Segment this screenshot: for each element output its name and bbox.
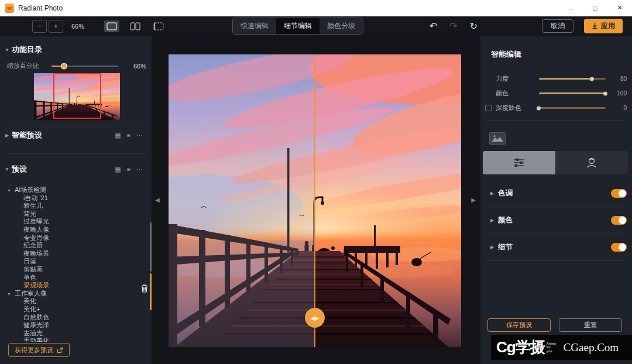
undo-icon[interactable]: ↶ [430,20,437,32]
slider-track[interactable] [539,78,606,80]
preset-item[interactable]: 夜晚人像 [0,226,147,234]
delete-preset-icon[interactable] [140,284,149,293]
presets-header[interactable]: ▼ 预设 ▦ ≡ ⋯ [2,164,150,174]
section-toggle[interactable] [611,243,627,252]
zoom-slider-handle[interactable] [61,63,67,69]
section-label: 颜色 [498,215,513,225]
photo-preview: ◀▶ [169,54,461,347]
chevron-right-icon: ▶ [486,191,498,196]
preset-item[interactable]: 健康光泽 [0,321,147,329]
smart-edit-title: 智能编辑 [491,49,521,60]
watermark-site: CGaep.Com [564,341,619,354]
preset-item[interactable]: 美化 [0,297,147,305]
section-label: 色调 [498,188,513,198]
cancel-button[interactable]: 取消 [542,19,573,33]
reset-button[interactable]: 重置 [559,318,622,332]
divider [486,120,627,121]
preset-item[interactable]: 美化+ [0,305,147,314]
image-preview-icon[interactable] [489,132,506,145]
navigator-thumbnail[interactable] [34,73,120,120]
tab-portrait-adjustments[interactable] [555,151,628,174]
slider-checkbox[interactable] [485,105,492,111]
right-panel: 智能编辑 力度 80 颜色 [480,36,632,364]
app-logo-icon [5,4,14,13]
portrait-icon [585,157,598,169]
close-button[interactable]: ✕ [607,0,632,16]
more-options-icon[interactable]: ⋯ [136,132,143,139]
app-title: Radiant Photo [18,4,63,12]
preset-item[interactable]: 过度曝光 [0,218,147,226]
before-after-split-line[interactable] [314,54,315,347]
preset-item[interactable]: 夜晚场景 [0,250,147,258]
slider-label: 颜色 [496,89,539,98]
preset-item[interactable]: 专业肖像 [0,234,147,242]
zoom-percent-label: 缩放百分比 [7,61,51,70]
zoom-out-button[interactable]: − [32,20,47,33]
preset-item[interactable]: 手动美化 [0,337,147,342]
edit-mode-tab[interactable]: 细节编辑 [276,18,320,34]
watermark-tagline: Artists for you [547,342,556,353]
more-options-icon[interactable]: ⋯ [136,166,143,173]
previous-image-arrow[interactable]: ◀ [155,197,160,203]
slider-track[interactable] [539,107,606,109]
export-down-icon [592,23,598,29]
save-preset-button[interactable]: 保存预设 [487,318,551,332]
preset-item[interactable]: 背光 [0,210,147,218]
adjustment-section-row[interactable]: ▶ 颜色 [486,207,627,234]
zoom-slider[interactable] [51,66,118,67]
preset-item[interactable]: 新生儿 [0,202,147,210]
zoom-percent-row: 缩放百分比 66% [7,61,146,70]
compare-view-icon[interactable] [151,20,166,32]
group-arrow-icon: ▼ [7,188,11,193]
edit-mode-tab[interactable]: 快速编辑 [233,18,276,34]
navigator-viewport-rect[interactable] [53,73,101,119]
group-arrow-icon: ▼ [7,292,11,296]
get-more-presets-button[interactable]: 获得更多预设 [8,343,70,357]
zoom-percent-value: 66% [133,63,146,70]
edit-mode-tab[interactable]: 颜色分级 [320,18,363,34]
scrollbar-thumb[interactable] [150,222,152,272]
list-view-icon[interactable]: ≡ [127,166,130,173]
zoom-in-button[interactable]: + [49,20,63,33]
scrollbar-marker[interactable] [150,273,152,310]
apply-button[interactable]: 应用 [584,19,623,33]
preset-item[interactable]: 去油光 [0,329,147,338]
tab-global-adjustments[interactable] [483,151,555,174]
minimize-button[interactable]: – [558,0,583,16]
chevron-down-icon: ▼ [2,167,12,172]
preset-item[interactable]: ▼工作室人像 [0,290,147,298]
slider-track[interactable] [539,92,606,94]
preset-item[interactable]: 自然肤色 [0,314,147,322]
grid-view-icon[interactable]: ▦ [115,166,121,173]
before-after-split-handle[interactable]: ◀▶ [305,308,325,328]
list-view-icon[interactable]: ≡ [127,132,130,139]
window-controls: – □ ✕ [558,0,632,16]
preset-item[interactable]: 纪念册 [0,242,147,250]
preset-item[interactable]: 单色 [0,274,147,282]
sliders-icon [513,157,525,168]
preset-item[interactable]: 剪贴画 [0,266,147,274]
smart-presets-header[interactable]: ▶ 智能预设 ▦ ≡ ⋯ [2,130,150,140]
divider [7,128,145,128]
maximize-button[interactable]: □ [583,0,607,16]
function-catalog-title: 功能目录 [12,44,42,55]
function-catalog-header[interactable]: ▼ 功能目录 [2,44,42,55]
adjustment-section-row[interactable]: ▶ 色调 [486,180,627,207]
section-toggle[interactable] [611,216,627,225]
preset-item[interactable]: i自动 '21 [0,194,147,202]
single-view-icon[interactable] [104,20,119,32]
preset-item[interactable]: 日落 [0,257,147,266]
reset-image-icon[interactable]: ↻ [470,20,478,32]
split-view-icon[interactable] [128,20,143,32]
next-image-arrow[interactable]: ▶ [471,197,476,203]
preset-item[interactable]: 景观场景 [0,281,147,290]
redo-icon[interactable]: ↷ [449,20,457,32]
slider-row: 颜色 100 [480,86,632,101]
preset-item[interactable]: ▼AI场景检测 [0,186,147,194]
slider-label: 深度肤色 [496,104,539,112]
adjustment-section-row[interactable]: ▶ 细节 [486,234,627,261]
chevron-right-icon: ▶ [486,245,498,250]
grid-view-icon[interactable]: ▦ [115,132,121,139]
chevron-right-icon: ▶ [486,218,498,223]
section-toggle[interactable] [611,189,627,198]
